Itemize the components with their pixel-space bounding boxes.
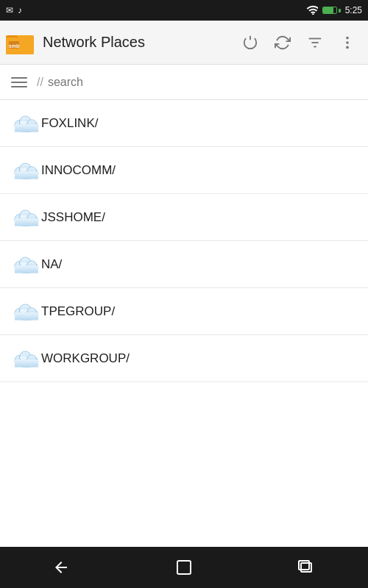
menu-line-1 bbox=[11, 77, 27, 79]
svg-rect-45 bbox=[15, 359, 38, 367]
item-name: TPEGROUP/ bbox=[41, 304, 115, 319]
battery-icon bbox=[322, 7, 341, 14]
item-name: FOXLINK/ bbox=[41, 116, 98, 131]
svg-point-28 bbox=[20, 215, 27, 218]
list-item[interactable]: INNOCOMM/ bbox=[0, 147, 368, 194]
notification-icon: ♪ bbox=[18, 5, 22, 15]
svg-point-16 bbox=[20, 121, 27, 124]
item-name: WORKGROUP/ bbox=[41, 351, 130, 366]
svg-rect-33 bbox=[15, 265, 38, 273]
path-separator: // bbox=[37, 76, 43, 89]
list-item[interactable]: JSSHOME/ bbox=[0, 194, 368, 241]
svg-point-46 bbox=[20, 356, 27, 359]
cloud-icon bbox=[12, 348, 41, 370]
menu-line-2 bbox=[11, 82, 27, 83]
svg-text:smb: smb bbox=[9, 43, 19, 49]
item-name: NA/ bbox=[41, 257, 62, 272]
list-item[interactable]: TPEGROUP/ bbox=[0, 288, 368, 335]
search-bar: // bbox=[0, 65, 368, 100]
svg-point-8 bbox=[346, 36, 349, 39]
item-name: JSSHOME/ bbox=[41, 210, 105, 225]
filter-button[interactable] bbox=[300, 28, 330, 57]
cloud-icon bbox=[12, 112, 41, 135]
recent-apps-button[interactable] bbox=[285, 553, 329, 582]
svg-rect-27 bbox=[15, 218, 38, 226]
cloud-icon bbox=[12, 207, 41, 229]
status-right-icons: 5:25 bbox=[306, 4, 362, 17]
item-name: INNOCOMM/ bbox=[41, 163, 116, 178]
bottom-nav bbox=[0, 547, 368, 588]
status-bar: ✉ ♪ 5:25 bbox=[0, 0, 368, 21]
app-title: Network Places bbox=[43, 34, 236, 51]
power-button[interactable] bbox=[236, 28, 265, 57]
smb-folder-icon: smb bbox=[6, 28, 35, 57]
svg-point-40 bbox=[20, 309, 27, 312]
back-button[interactable] bbox=[39, 553, 83, 582]
cloud-icon bbox=[12, 301, 41, 323]
menu-line-3 bbox=[11, 86, 27, 87]
cloud-icon bbox=[12, 159, 41, 182]
svg-rect-47 bbox=[177, 561, 191, 574]
toolbar-actions bbox=[236, 28, 362, 57]
email-icon: ✉ bbox=[6, 5, 13, 15]
search-input[interactable] bbox=[48, 76, 362, 89]
wifi-icon bbox=[306, 4, 318, 17]
file-list: FOXLINK/ bbox=[0, 100, 368, 547]
svg-point-10 bbox=[346, 46, 349, 49]
svg-point-34 bbox=[20, 262, 27, 265]
svg-point-0 bbox=[312, 13, 314, 15]
status-left-icons: ✉ ♪ bbox=[6, 5, 22, 15]
svg-rect-21 bbox=[15, 171, 38, 179]
app-bar: smb Network Places bbox=[0, 21, 368, 65]
list-item[interactable]: NA/ bbox=[0, 241, 368, 288]
menu-button[interactable] bbox=[6, 69, 32, 96]
svg-rect-15 bbox=[15, 124, 38, 132]
svg-rect-39 bbox=[15, 312, 38, 320]
svg-point-22 bbox=[20, 168, 27, 171]
list-item[interactable]: FOXLINK/ bbox=[0, 100, 368, 147]
more-button[interactable] bbox=[333, 28, 362, 57]
time-display: 5:25 bbox=[345, 5, 362, 15]
home-button[interactable] bbox=[162, 553, 206, 582]
refresh-button[interactable] bbox=[268, 28, 297, 57]
list-item[interactable]: WORKGROUP/ bbox=[0, 335, 368, 382]
svg-point-9 bbox=[346, 41, 349, 44]
cloud-icon bbox=[12, 254, 41, 276]
